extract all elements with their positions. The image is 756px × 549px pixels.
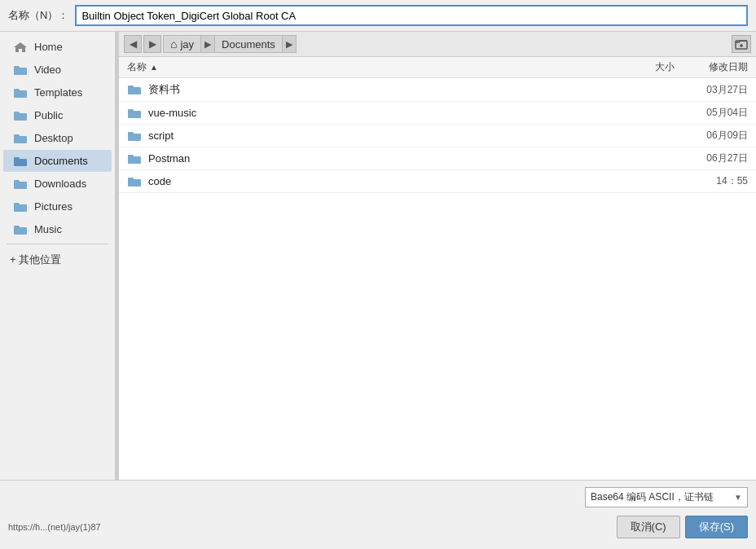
sidebar-item-downloads[interactable]: Downloads [3,173,112,195]
file-list-header: 名称 ▲ 大小 修改日期 [119,57,756,78]
sidebar-item-video[interactable]: Video [3,59,112,81]
sidebar-item-label: Documents [34,155,88,167]
sidebar-item-documents[interactable]: Documents [3,150,112,172]
file-name-cell: 资料书 [127,82,626,97]
folder-icon [127,108,142,119]
col-size-label: 大小 [655,61,675,72]
bottom-row-format: Base64 编码 ASCII，证书链 ▼ [0,481,756,511]
format-select[interactable]: Base64 编码 ASCII，证书链 ▼ [585,487,748,507]
breadcrumb-home-label: jay [180,38,194,51]
main-container: Home Video Templates [0,32,756,480]
file-list-container: 名称 ▲ 大小 修改日期 资料书 [119,57,756,480]
new-folder-button[interactable] [732,35,751,53]
bottom-row-actions: https://h...(net)/jay(1)87 取消(C) 保存(S) [0,512,756,545]
folder-icon [127,153,142,165]
chevron-down-icon: ▼ [734,493,742,502]
sidebar-item-label: Templates [34,86,82,99]
sidebar-item-label: Pictures [34,200,73,213]
filename-input[interactable] [75,5,748,26]
file-date-cell: 06月27日 [675,152,748,165]
table-row[interactable]: 资料书 03月27日 [119,78,756,102]
sidebar-item-label: Home [34,41,63,53]
folder-icon [13,133,28,144]
breadcrumb-expand[interactable]: ▶ [283,35,297,53]
folder-icon [127,176,142,187]
folder-icon [13,64,28,76]
breadcrumb-item-label: Documents [222,38,275,51]
cancel-button[interactable]: 取消(C) [617,516,680,538]
col-date-label: 修改日期 [709,61,748,72]
breadcrumb-documents[interactable]: Documents [215,35,283,53]
file-name-cell: vue-music [127,107,626,119]
button-group: 取消(C) 保存(S) [617,516,748,538]
file-name-label: code [148,175,171,187]
breadcrumb-home[interactable]: ⌂ jay [163,35,201,53]
file-date-cell: 03月27日 [675,83,748,97]
save-button[interactable]: 保存(S) [685,516,748,538]
bottom-bar: Base64 编码 ASCII，证书链 ▼ https://h...(net)/… [0,480,756,545]
sidebar-item-desktop[interactable]: Desktop [3,127,112,149]
table-row[interactable]: Postman 06月27日 [119,147,756,170]
col-name-header[interactable]: 名称 ▲ [127,60,626,74]
top-bar: 名称（N）： [0,0,756,32]
table-row[interactable]: code 14：55 [119,170,756,193]
file-name-label: Postman [148,152,190,165]
folder-icon [13,156,28,167]
add-location-label: + 其他位置 [10,253,61,267]
sidebar-item-templates[interactable]: Templates [3,81,112,103]
file-name-cell: code [127,175,626,187]
file-name-label: vue-music [148,107,196,119]
folder-icon [127,130,142,142]
folder-icon [13,224,28,235]
sidebar: Home Video Templates [0,32,116,480]
breadcrumb-separator[interactable]: ▶ [201,35,215,53]
sidebar-item-public[interactable]: Public [3,104,112,126]
file-name-cell: Postman [127,152,626,165]
folder-icon [13,178,28,190]
format-label: Base64 编码 ASCII，证书链 [591,490,714,504]
sidebar-item-label: Public [34,109,63,121]
forward-button[interactable]: ▶ [143,35,161,53]
home-icon: ⌂ [170,37,177,51]
back-button[interactable]: ◀ [124,35,142,53]
file-name-label: 资料书 [148,82,180,97]
col-name-label: 名称 [127,60,147,74]
col-size-header[interactable]: 大小 [626,60,675,74]
file-date-cell: 06月09日 [675,129,748,143]
folder-icon [13,87,28,99]
sort-icon: ▲ [150,63,158,72]
file-name-label: script [148,130,174,142]
sidebar-divider [7,244,108,244]
status-url: https://h...(net)/jay(1)87 [8,522,101,532]
col-date-header[interactable]: 修改日期 [675,60,748,74]
file-browser: ◀ ▶ ⌂ jay ▶ Documents ▶ [119,32,756,480]
file-date-cell: 05月04日 [675,106,748,120]
sidebar-add-location[interactable]: + 其他位置 [0,248,115,272]
folder-icon [13,110,28,121]
nav-bar: ◀ ▶ ⌂ jay ▶ Documents ▶ [119,32,756,57]
home-icon [13,42,28,53]
breadcrumb: ⌂ jay ▶ Documents ▶ [163,35,730,53]
sidebar-item-label: Downloads [34,178,86,190]
sidebar-item-label: Desktop [34,132,73,144]
file-date-cell: 14：55 [675,174,748,188]
sidebar-item-pictures[interactable]: Pictures [3,195,112,217]
sidebar-item-home[interactable]: Home [3,36,112,58]
sidebar-item-music[interactable]: Music [3,218,112,240]
table-row[interactable]: script 06月09日 [119,125,756,147]
table-row[interactable]: vue-music 05月04日 [119,102,756,125]
file-name-cell: script [127,130,626,142]
sidebar-item-label: Music [34,223,62,235]
filename-label: 名称（N）： [8,8,68,23]
sidebar-item-label: Video [34,64,61,76]
folder-icon [13,201,28,213]
folder-icon [127,84,142,95]
